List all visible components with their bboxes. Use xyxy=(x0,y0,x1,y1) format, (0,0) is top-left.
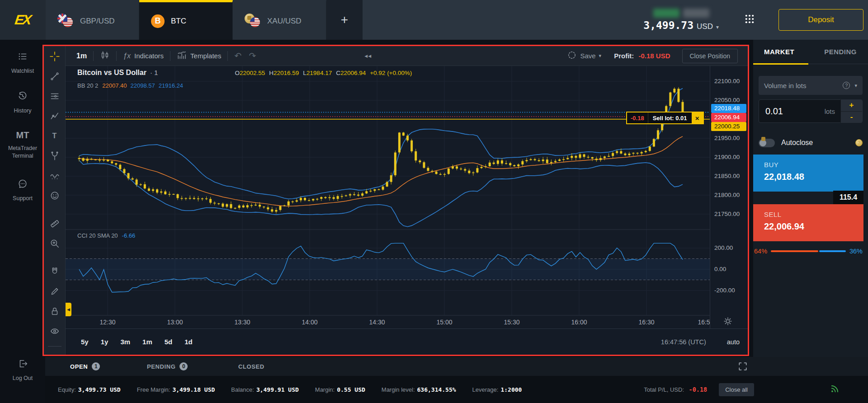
pitchfork-icon[interactable] xyxy=(48,149,61,163)
sidebar-item-log-out[interactable]: Log Out xyxy=(0,359,45,382)
topbar-right: 3,499.73 USD ▾ Deposit xyxy=(643,0,868,40)
chart-plot-area[interactable]: 12:3013:0013:3014:0014:3015:0015:3016:00… xyxy=(66,66,710,328)
deposit-button[interactable]: Deposit xyxy=(778,9,863,31)
range-1y[interactable]: 1y xyxy=(101,338,108,346)
redo-button[interactable]: ↷ xyxy=(249,51,256,61)
bb-upper-value: 22098.57 xyxy=(131,82,155,89)
horizontal-lines-icon[interactable] xyxy=(48,89,61,103)
profit-label: Profit: xyxy=(614,52,634,60)
price-tick: 21900.00 xyxy=(710,154,748,160)
help-icon[interactable]: ? xyxy=(855,139,863,146)
sidebar-item-metatrader-terminal[interactable]: MTMetaTrader Terminal xyxy=(0,130,45,160)
svg-text:15:00: 15:00 xyxy=(436,319,452,326)
balance-currency: USD xyxy=(697,22,713,31)
volume-type-select[interactable]: Volume in lots ? ▾ xyxy=(759,76,863,95)
account-footer: Equity:3,499.73 USDFree Margin:3,499.18 … xyxy=(45,376,868,403)
sell-label: SELL xyxy=(764,211,863,218)
tab-pending[interactable]: PENDING xyxy=(824,48,857,56)
positions-tab-open[interactable]: OPEN1 xyxy=(70,362,100,370)
position-pl: -0.18 xyxy=(627,112,648,123)
emoji-icon[interactable] xyxy=(48,189,61,202)
draw-edit-icon[interactable] xyxy=(48,285,61,298)
range-3m[interactable]: 3m xyxy=(120,338,130,346)
templates-button[interactable]: Templates xyxy=(177,50,221,61)
apps-grid-icon[interactable] xyxy=(744,14,755,26)
trendline-icon[interactable] xyxy=(48,70,61,83)
top-bar: EX GBP/USDBBTCXAU/USD + 3,499.73 USD ▾ D… xyxy=(0,0,868,40)
positions-tab-pending[interactable]: PENDING0 xyxy=(147,362,188,370)
indicators-button[interactable]: ƒx Indicators xyxy=(123,52,164,60)
account-badges xyxy=(653,9,709,18)
rewind-icon[interactable]: ◀◀ xyxy=(364,54,372,58)
text-tool-icon[interactable]: T xyxy=(48,129,61,143)
lots-input[interactable]: 0.01 xyxy=(759,106,825,117)
chart-style-button[interactable] xyxy=(100,50,110,61)
chevron-down-icon: ▾ xyxy=(599,53,602,59)
sidebar-item-history[interactable]: History xyxy=(0,91,45,115)
account-balance-block[interactable]: 3,499.73 USD ▾ xyxy=(643,9,719,31)
price-tick: 22100.00 xyxy=(710,78,748,84)
add-instrument-button[interactable]: + xyxy=(326,0,363,40)
tab-label: BTC xyxy=(171,17,186,26)
svg-text:12:30: 12:30 xyxy=(99,319,115,326)
footer-stat: Balance:3,499.91 USD xyxy=(231,386,299,393)
cci-indicator-legend[interactable]: CCI 20 SMA 20-6.66 xyxy=(77,232,135,239)
expand-icon[interactable] xyxy=(738,361,748,373)
save-button[interactable]: Save ▾ xyxy=(567,50,601,61)
save-cloud-icon xyxy=(567,50,577,61)
btc-coin: B xyxy=(151,14,165,28)
positions-tab-closed[interactable]: CLOSED xyxy=(238,363,264,370)
close-position-button[interactable]: Close Position xyxy=(682,49,738,63)
count-badge: 0 xyxy=(179,362,188,370)
instrument-tab-gbpusd[interactable]: GBP/USD xyxy=(46,0,139,40)
wave-icon[interactable] xyxy=(48,169,61,183)
bb-indicator-legend[interactable]: BB 20 222007.4022098.5721916.24 xyxy=(77,82,187,89)
exness-logo[interactable]: EX xyxy=(0,0,46,40)
balance-line[interactable]: 3,499.73 USD ▾ xyxy=(643,19,719,31)
timeframe-button[interactable]: 1m xyxy=(76,52,87,60)
positions-tab-label: OPEN xyxy=(70,363,88,370)
magnet-icon[interactable] xyxy=(48,265,61,278)
scale-auto-toggle[interactable]: auto xyxy=(727,338,740,346)
price-tick: 21950.00 xyxy=(710,135,748,141)
zoom-in-icon[interactable] xyxy=(48,237,61,250)
tab-market[interactable]: MARKET xyxy=(764,48,794,56)
svg-text:13:00: 13:00 xyxy=(167,319,183,326)
footer-stat: Equity:3,499.73 USD xyxy=(58,386,121,393)
range-5d[interactable]: 5d xyxy=(165,338,173,346)
symbol-title: Bitcoin vs US Dollar xyxy=(77,69,146,77)
drawing-toolbar: T xyxy=(44,46,66,355)
instrument-tab-btc[interactable]: BBTC xyxy=(139,0,233,40)
close-icon[interactable]: × xyxy=(692,112,703,123)
chart-legend: Bitcoin vs US Dollar · 1 O22002.55H22016… xyxy=(77,69,416,77)
range-1d[interactable]: 1d xyxy=(184,338,193,346)
ruler-icon[interactable] xyxy=(48,217,61,230)
sidebar-item-watchlist[interactable]: Watchlist xyxy=(0,52,45,75)
positions-tab-label: PENDING xyxy=(147,363,175,370)
candlestick-icon xyxy=(100,50,110,61)
sidebar-item-support[interactable]: Support xyxy=(0,179,45,202)
gear-icon[interactable] xyxy=(723,316,733,328)
close-all-button[interactable]: Close all xyxy=(719,383,754,396)
bb-lower-value: 21916.24 xyxy=(159,82,183,89)
range-1m[interactable]: 1m xyxy=(142,338,152,346)
order-type-tabs: MARKET PENDING xyxy=(753,40,868,64)
buy-button[interactable]: BUY 22,018.48 xyxy=(753,155,863,192)
undo-button[interactable]: ↶ xyxy=(234,51,241,61)
polyline-icon[interactable] xyxy=(48,109,61,123)
collapse-panel-arrow[interactable]: ◀ xyxy=(66,303,71,316)
range-5y[interactable]: 5y xyxy=(81,338,89,346)
increase-lots-button[interactable]: + xyxy=(841,99,862,112)
hide-drawings-icon[interactable] xyxy=(48,324,61,338)
positions-tab-label: CLOSED xyxy=(238,363,264,370)
crosshair-icon[interactable] xyxy=(48,50,61,63)
buy-label: BUY xyxy=(764,161,863,169)
help-icon[interactable]: ? xyxy=(843,82,850,89)
instrument-tab-xauusd[interactable]: XAU/USD xyxy=(233,0,326,40)
price-scale[interactable]: 22100.0022050.0021950.0021900.0021850.00… xyxy=(710,66,748,328)
decrease-lots-button[interactable]: - xyxy=(841,112,862,123)
fx-icon: ƒx xyxy=(123,52,131,60)
sell-button[interactable]: SELL 22,006.94 xyxy=(753,204,863,241)
lock-icon[interactable] xyxy=(48,305,61,318)
cci-value: -6.66 xyxy=(122,232,136,239)
